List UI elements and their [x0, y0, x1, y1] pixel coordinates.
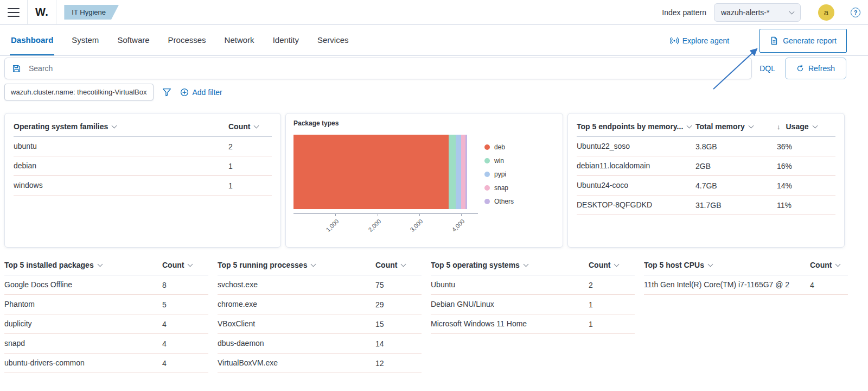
chevron-down-icon [401, 262, 406, 267]
help-icon[interactable]: ? [851, 8, 860, 17]
row-label: ubuntu-drivers-common [4, 354, 85, 373]
table-row[interactable]: Ubuntu24-coco4.7GB14% [577, 176, 835, 195]
chevron-down-icon [188, 262, 193, 267]
row-label: Ubuntu [431, 275, 455, 294]
menu-icon[interactable] [8, 8, 20, 17]
tab-dashboard[interactable]: Dashboard [10, 26, 54, 55]
tab-identity[interactable]: Identity [272, 26, 300, 55]
legend-item-deb[interactable]: deb [484, 143, 514, 151]
tab-services[interactable]: Services [316, 26, 350, 55]
broadcast-icon [670, 36, 679, 45]
table-header: Top 5 host CPUsCount [644, 255, 848, 275]
avatar[interactable]: a [818, 4, 834, 21]
tab-network[interactable]: Network [224, 26, 256, 55]
refresh-button[interactable]: Refresh [785, 58, 846, 79]
search-input[interactable] [4, 58, 752, 79]
column-header-total-memory[interactable]: Total memory [695, 122, 777, 131]
table-row[interactable]: Google Docs Offline8 [4, 275, 208, 295]
panel-title[interactable]: Top 5 installed packages [4, 261, 162, 269]
index-pattern-select[interactable]: wazuh-alerts-* [714, 3, 801, 22]
table-row[interactable]: dbus-daemon14 [218, 334, 422, 354]
table-row[interactable]: DESKTOP-8QFGDKD31.7GB11% [577, 195, 835, 215]
table-row[interactable]: windows1 [14, 176, 272, 195]
bar-segment-snap[interactable] [461, 135, 465, 209]
filter-chip[interactable]: wazuh.cluster.name: thecotilking-Virtual… [4, 84, 154, 100]
row-label: Ubuntu24-coco [577, 176, 628, 195]
filter-funnel-icon[interactable] [162, 87, 171, 97]
dql-toggle[interactable]: DQL [760, 64, 775, 73]
generate-report-button[interactable]: Generate report [760, 29, 847, 53]
table-header: Top 5 running processesCount [218, 255, 422, 275]
tab-software[interactable]: Software [116, 26, 150, 55]
legend-dot [484, 172, 490, 177]
table-header: Top 5 installed packagesCount [4, 255, 208, 275]
legend-item-win[interactable]: win [484, 157, 514, 165]
panel-title[interactable]: Top 5 endpoints by memory... [577, 122, 695, 131]
panel-installed-packages: Top 5 installed packagesCountGoogle Docs… [4, 255, 208, 373]
bar-segment-pypi[interactable] [456, 135, 461, 209]
table-row[interactable]: Microsoft Windows 11 Home1 [431, 314, 635, 334]
add-filter-button[interactable]: Add filter [180, 88, 222, 97]
table-row[interactable]: Ubuntu2 [431, 275, 635, 295]
table-row[interactable]: debian1 [14, 156, 272, 176]
row-label: duplicity [4, 314, 32, 333]
wazuh-logo[interactable]: W. [35, 6, 48, 18]
panel-package-types: Package types 1,0002,0003,0004,000 debwi… [285, 113, 563, 248]
table-row[interactable]: ubuntu2 [14, 137, 272, 156]
explore-agent-link[interactable]: Explore agent [670, 36, 729, 45]
column-header-count[interactable]: Count [810, 261, 848, 269]
table-row[interactable]: Phantom5 [4, 295, 208, 314]
panel-title[interactable]: Operating system families [14, 122, 228, 131]
row-value: 12 [375, 359, 422, 368]
table-row[interactable]: Ubuntu22_soso3.8GB36% [577, 137, 835, 156]
column-header-count[interactable]: Count [589, 261, 635, 269]
chevron-down-icon [614, 262, 620, 267]
generate-report-label: Generate report [783, 36, 837, 45]
table-row[interactable]: chrome.exe29 [218, 295, 422, 314]
column-header-count[interactable]: Count [162, 261, 208, 269]
column-header-usage[interactable]: ↓Usage [777, 122, 835, 131]
axis-tick [335, 214, 336, 216]
chevron-down-icon [97, 262, 103, 267]
legend-label: snap [494, 184, 508, 192]
legend-label: pypi [494, 171, 506, 178]
panel-title[interactable]: Top 5 operating systems [431, 261, 589, 269]
table-row[interactable]: 11th Gen Intel(R) Core(TM) i7-1165G7 @ 2… [644, 275, 848, 295]
tab-system[interactable]: System [71, 26, 100, 55]
table-row[interactable]: debian11.localdomain2GB16% [577, 156, 835, 176]
tab-processes[interactable]: Processes [167, 26, 207, 55]
table-row[interactable]: VBoxClient15 [218, 314, 422, 334]
bar-segment-Others[interactable] [465, 135, 467, 209]
table-row[interactable]: snapd4 [4, 334, 208, 354]
table-row[interactable]: Debian GNU/Linux1 [431, 295, 635, 314]
chevron-down-icon [687, 123, 692, 129]
panel-title[interactable]: Top 5 host CPUs [644, 261, 810, 269]
x-tick-label: 3,000 [409, 218, 424, 233]
row-value: 1 [589, 300, 635, 309]
bar-segment-deb[interactable] [293, 135, 449, 209]
legend-item-Others[interactable]: Others [484, 198, 514, 205]
row-label: Phantom [4, 295, 35, 314]
save-query-icon[interactable] [12, 64, 21, 73]
legend-item-snap[interactable]: snap [484, 184, 514, 192]
chevron-down-icon [748, 123, 754, 129]
chevron-down-icon [112, 123, 117, 129]
legend-item-pypi[interactable]: pypi [484, 171, 514, 178]
row-value: 8 [162, 281, 208, 289]
bar-segment-win[interactable] [449, 135, 456, 209]
panel-operating-systems: Top 5 operating systemsCountUbuntu2Debia… [431, 255, 635, 373]
panel-os-families: Operating system familiesCountubuntu2deb… [4, 113, 281, 248]
table-row[interactable]: VirtualBoxVM.exe12 [218, 354, 422, 373]
table-row[interactable]: duplicity4 [4, 314, 208, 334]
row-value: 4 [162, 359, 208, 368]
table-row[interactable]: ubuntu-drivers-common4 [4, 354, 208, 373]
row-label: windows [14, 176, 43, 195]
column-header-count[interactable]: Count [375, 261, 422, 269]
row-value: 14 [375, 339, 422, 348]
breadcrumb[interactable]: IT Hygiene [64, 5, 119, 20]
row-label: chrome.exe [218, 295, 257, 314]
column-header-count[interactable]: Count [228, 122, 272, 131]
table-row[interactable]: svchost.exe75 [218, 275, 422, 295]
plus-circle-icon [180, 88, 189, 97]
panel-title[interactable]: Top 5 running processes [218, 261, 375, 269]
